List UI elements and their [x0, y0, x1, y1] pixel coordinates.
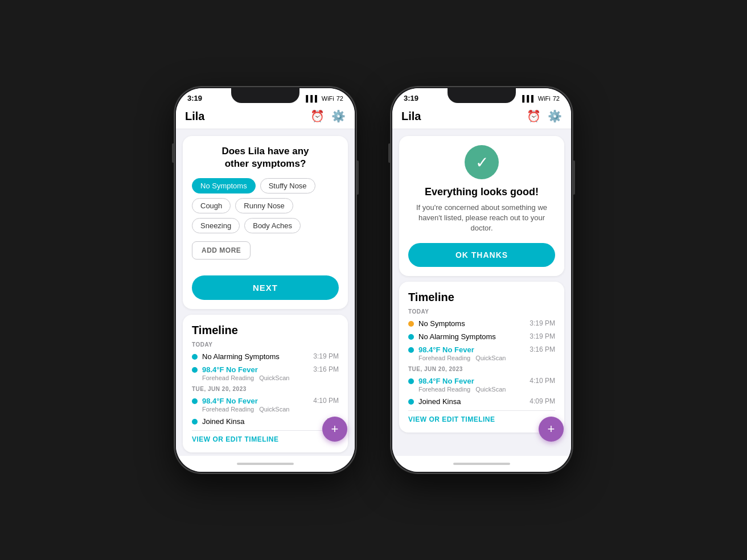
timeline-item-text-link[interactable]: 98.4°F No Fever: [418, 345, 474, 354]
home-bar: [237, 463, 294, 465]
status-time-right: 3:19: [404, 94, 418, 102]
header-icons-left: ⏰ ⚙️: [310, 109, 346, 123]
timeline-sub-item: Forehead Reading: [418, 355, 470, 361]
timeline-dot: [192, 419, 198, 425]
timeline-item: No Symptoms 3:19 PM: [408, 319, 555, 328]
timeline-item-text-link[interactable]: 98.4°F No Fever: [202, 397, 258, 405]
check-icon: ✓: [475, 153, 489, 172]
timeline-sub-item: QuickScan: [259, 406, 289, 413]
timeline-item-text: No Alarming Symptoms: [202, 352, 280, 361]
timeline-sub-item: QuickScan: [475, 355, 506, 361]
symptom-card: Does Lila have anyother symptoms? No Sym…: [183, 136, 348, 309]
timeline-item: Joined Kinsa 4:09 PM: [408, 397, 555, 406]
settings-icon-left[interactable]: ⚙️: [331, 109, 346, 123]
phone-right: 3:19 ▌▌▌ WiFi 72 Lila ⏰ ⚙️ ✓: [391, 87, 573, 473]
tag-sneezing[interactable]: Sneezing: [192, 218, 240, 233]
timeline-item: Joined Kinsa 4:09: [192, 417, 339, 426]
symptom-tags: No Symptoms Stuffy Nose Cough Runny Nose…: [192, 178, 339, 233]
tue-label-left: TUE, JUN 20, 2023: [192, 386, 339, 392]
timeline-sub: Forehead Reading QuickScan: [418, 355, 555, 361]
tag-no-symptoms[interactable]: No Symptoms: [192, 178, 256, 193]
timeline-item-text: Joined Kinsa: [202, 417, 244, 426]
timeline-title-left: Timeline: [192, 324, 339, 337]
timeline-item: No Alarming Symptoms 3:19 PM: [192, 352, 339, 361]
phone-content-left: Does Lila have anyother symptoms? No Sym…: [176, 129, 355, 456]
timeline-item-time: 3:19 PM: [530, 319, 555, 327]
next-button[interactable]: NEXT: [192, 275, 339, 300]
alarm-icon-right[interactable]: ⏰: [527, 109, 541, 123]
timeline-item-text-link[interactable]: 98.4°F No Fever: [418, 377, 474, 385]
success-card: ✓ Everything looks good! If you're conce…: [399, 136, 564, 276]
view-timeline-text-right: VIEW OR EDIT TIMELINE: [408, 415, 495, 423]
battery-icon-right: 72: [553, 95, 560, 102]
tag-runny-nose[interactable]: Runny Nose: [235, 198, 293, 213]
timeline-item-time: 4:09 PM: [530, 397, 555, 405]
status-time-left: 3:19: [187, 94, 202, 102]
timeline-item-time: 3:19 PM: [530, 332, 555, 340]
status-bar-left: 3:19 ▌▌▌ WiFi 72: [176, 88, 355, 105]
add-more-button[interactable]: ADD MORE: [192, 241, 251, 260]
timeline-item-main: 98.4°F No Fever 4:10 PM: [418, 377, 555, 385]
timeline-dot: [192, 367, 198, 373]
fab-left[interactable]: +: [322, 417, 347, 442]
tag-stuffy-nose[interactable]: Stuffy Nose: [260, 178, 315, 193]
timeline-item-text: No Symptoms: [418, 319, 465, 328]
timeline-item-main: No Symptoms 3:19 PM: [418, 319, 555, 328]
timeline-item: 98.4°F No Fever 3:16 PM Forehead Reading…: [192, 365, 339, 381]
home-indicator-left: [176, 456, 355, 472]
header-icons-right: ⏰ ⚙️: [527, 109, 562, 123]
timeline-dot-blue: [408, 399, 414, 405]
tag-body-aches[interactable]: Body Aches: [244, 218, 301, 233]
signal-icon-right: ▌▌▌: [522, 95, 535, 102]
wifi-icon-right: WiFi: [538, 95, 551, 102]
timeline-item-text: Joined Kinsa: [418, 397, 461, 406]
view-timeline-link-right[interactable]: VIEW OR EDIT TIMELINE: [408, 410, 555, 423]
timeline-sub-item: QuickScan: [259, 374, 289, 381]
timeline-item-main: Joined Kinsa 4:09 PM: [418, 397, 555, 406]
home-indicator-right: [392, 456, 571, 472]
timeline-item: 98.4°F No Fever 3:16 PM Forehead Reading…: [408, 345, 555, 361]
settings-icon-right[interactable]: ⚙️: [548, 109, 562, 123]
timeline-item-time: 3:16 PM: [530, 345, 555, 353]
view-timeline-link-left[interactable]: VIEW OR EDIT TIMELINE ›: [192, 430, 339, 443]
timeline-sub: Forehead Reading QuickScan: [202, 406, 339, 413]
tue-label-right: TUE, JUN 20, 2023: [408, 366, 555, 372]
timeline-dot: [192, 354, 198, 360]
timeline-item: 98.4°F No Fever 4:10 PM Forehead Reading…: [192, 397, 339, 413]
success-description: If you're concerned about something we h…: [408, 203, 555, 234]
phone-content-right: ✓ Everything looks good! If you're conce…: [392, 129, 571, 456]
app-title-right: Lila: [401, 110, 421, 123]
today-label-left: TODAY: [192, 341, 339, 348]
today-label-right: TODAY: [408, 308, 555, 315]
app-title-left: Lila: [185, 110, 204, 123]
timeline-item-content: 98.4°F No Fever 3:16 PM Forehead Reading…: [418, 345, 555, 361]
timeline-sub-item: Forehead Reading: [202, 374, 254, 381]
alarm-icon-left[interactable]: ⏰: [310, 109, 325, 123]
timeline-title-right: Timeline: [408, 291, 555, 304]
timeline-item-text-link[interactable]: 98.4°F No Fever: [202, 365, 258, 374]
fab-right[interactable]: +: [539, 417, 564, 442]
timeline-item-main: 98.4°F No Fever 3:16 PM: [202, 365, 339, 374]
timeline-dot: [192, 398, 198, 404]
question-title: Does Lila have anyother symptoms?: [192, 145, 339, 170]
timeline-item-time: 4:10 PM: [313, 397, 339, 405]
timeline-item-content: 98.4°F No Fever 3:16 PM Forehead Reading…: [202, 365, 339, 381]
timeline-item-content: No Alarming Symptoms 3:19 PM: [418, 332, 555, 341]
timeline-item-content: No Alarming Symptoms 3:19 PM: [202, 352, 339, 361]
timeline-sub-item: QuickScan: [475, 386, 506, 393]
tag-cough[interactable]: Cough: [192, 198, 231, 213]
status-bar-right: 3:19 ▌▌▌ WiFi 72: [392, 88, 571, 105]
timeline-item-main: 98.4°F No Fever 3:16 PM: [418, 345, 555, 354]
timeline-item-main: No Alarming Symptoms 3:19 PM: [202, 352, 339, 361]
timeline-item-content: 98.4°F No Fever 4:10 PM Forehead Reading…: [418, 377, 555, 393]
battery-icon: 72: [336, 95, 343, 102]
timeline-dot-blue: [408, 347, 414, 353]
timeline-item-text: No Alarming Symptoms: [418, 332, 496, 341]
timeline-item-main: Joined Kinsa 4:09: [202, 417, 339, 426]
ok-thanks-button[interactable]: OK THANKS: [408, 243, 555, 267]
timeline-item-time: 3:16 PM: [313, 365, 339, 373]
notch-left: [231, 88, 299, 103]
status-icons-right: ▌▌▌ WiFi 72: [522, 95, 560, 102]
timeline-item: No Alarming Symptoms 3:19 PM: [408, 332, 555, 341]
timeline-item-time: 4:10 PM: [530, 377, 555, 385]
